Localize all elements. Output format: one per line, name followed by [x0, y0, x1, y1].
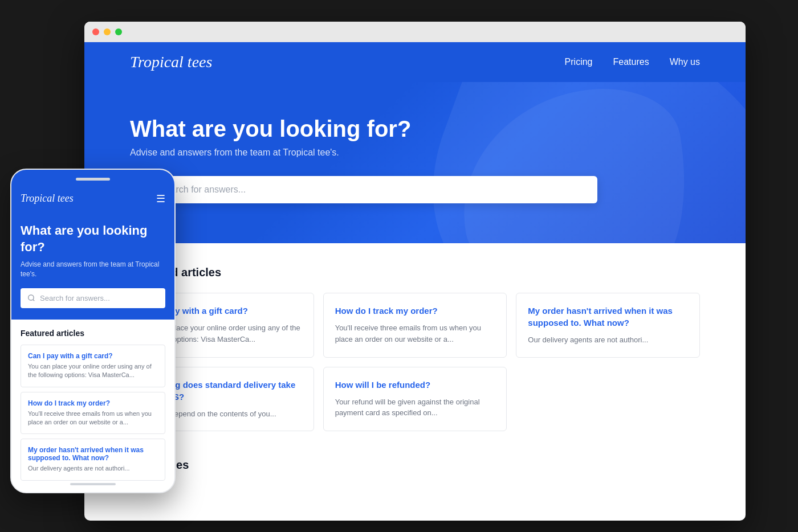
hero-subtitle: Advise and answers from the team at Trop…	[130, 148, 700, 158]
phone-home-indicator	[70, 483, 116, 485]
phone-search-icon	[27, 294, 35, 302]
svg-line-3	[33, 300, 35, 301]
phone-hero-subtitle: Advise and answers from the team at Trop…	[21, 260, 165, 279]
hero-section: What are you looking for? Advise and ans…	[84, 82, 746, 243]
phone-featured-title: Featured articles	[21, 329, 165, 338]
articles-grid: Can I pay with a gift card? You can plac…	[130, 293, 700, 431]
nav-why-us[interactable]: Why us	[670, 57, 700, 67]
site-navigation: Tropical tees Pricing Features Why us	[84, 42, 746, 82]
article-excerpt-5: Your refund will be given against the or…	[335, 396, 495, 419]
nav-pricing[interactable]: Pricing	[565, 57, 593, 67]
phone-article-2[interactable]: How do I track my order? You'll receive …	[21, 392, 165, 435]
hamburger-icon[interactable]: ☰	[156, 194, 165, 204]
nav-features[interactable]: Features	[613, 57, 649, 67]
phone-article-excerpt-2: You'll receive three emails from us when…	[28, 410, 158, 427]
phone-article-title-3: My order hasn't arrived when it was supp…	[28, 446, 158, 462]
phone-article-3[interactable]: My order hasn't arrived when it was supp…	[21, 439, 165, 480]
mobile-phone: Tropical tees ☰ What are you looking for…	[10, 169, 176, 493]
phone-article-1[interactable]: Can I pay with a gift card? You can plac…	[21, 345, 165, 387]
phone-article-title-2: How do I track my order?	[28, 399, 158, 407]
phone-hero-title: What are you looking for?	[21, 223, 165, 255]
article-card-2[interactable]: How do I track my order? You'll receive …	[323, 293, 507, 358]
minimize-button[interactable]	[104, 28, 111, 35]
article-excerpt-3: Our delivery agents are not authori...	[528, 334, 688, 346]
article-card-3[interactable]: My order hasn't arrived when it was supp…	[516, 293, 700, 358]
article-title-3: My order hasn't arrived when it was supp…	[528, 305, 688, 329]
browser-window: Tropical tees Pricing Features Why us Wh…	[84, 22, 746, 521]
phone-search-bar[interactable]: Search for answers...	[21, 288, 165, 308]
main-content: Featured articles Can I pay with a gift …	[84, 243, 746, 494]
phone-nav: Tropical tees ☰	[11, 170, 174, 214]
article-card-empty	[516, 367, 700, 432]
phone-screen: Tropical tees ☰ What are you looking for…	[11, 170, 174, 492]
hero-title: What are you looking for?	[130, 116, 700, 142]
phone-content: Featured articles Can I pay with a gift …	[11, 320, 174, 492]
article-title-2: How do I track my order?	[335, 305, 495, 317]
maximize-button[interactable]	[115, 28, 122, 35]
phone-search-input[interactable]: Search for answers...	[40, 294, 110, 302]
article-card-5[interactable]: How will I be refunded? Your refund will…	[323, 367, 507, 432]
article-title-5: How will I be refunded?	[335, 379, 495, 391]
site-logo: Tropical tees	[130, 53, 212, 71]
website-content: Tropical tees Pricing Features Why us Wh…	[84, 42, 746, 521]
phone-speaker	[76, 178, 110, 181]
nav-links: Pricing Features Why us	[565, 57, 700, 67]
featured-articles-title: Featured articles	[130, 266, 700, 279]
close-button[interactable]	[92, 28, 99, 35]
svg-point-2	[28, 295, 34, 300]
search-input[interactable]: Search for answers...	[160, 185, 586, 195]
categories-title: Categories	[130, 459, 700, 472]
phone-article-excerpt-1: You can place your online order using an…	[28, 362, 158, 380]
phone-article-excerpt-3: Our delivery agents are not authori...	[28, 464, 158, 473]
article-excerpt-2: You'll receive three emails from us when…	[335, 322, 495, 345]
browser-titlebar	[84, 22, 746, 42]
phone-logo: Tropical tees	[21, 193, 74, 204]
phone-article-title-1: Can I pay with a gift card?	[28, 352, 158, 360]
phone-hero: What are you looking for? Advise and ans…	[11, 214, 174, 320]
search-bar[interactable]: Search for answers...	[130, 176, 597, 203]
